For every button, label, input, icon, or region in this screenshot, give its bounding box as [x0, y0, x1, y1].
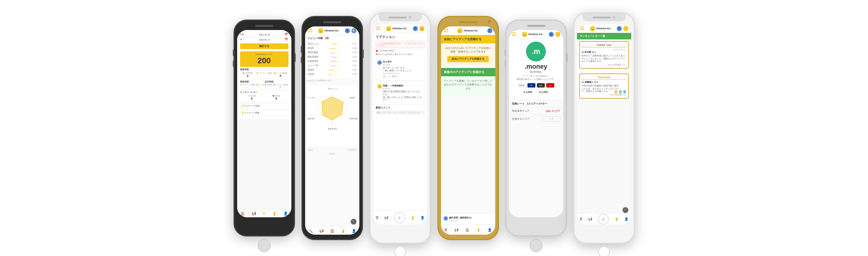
- score-label: Hirame-ku スコア: [241, 53, 287, 56]
- user-icon-4[interactable]: 👤: [487, 28, 492, 33]
- free-idea-header: 自由にアイディアを投稿する: [441, 35, 495, 43]
- app-header-5: 💡 Hirame-ku 👤 ⭐: [509, 30, 563, 39]
- nav-person[interactable]: 👤: [283, 212, 288, 216]
- user-icon[interactable]: 👤: [345, 28, 350, 33]
- user-avatar-4: [444, 216, 448, 221]
- bottom-nav-4: ☰ 📢 🏠 💡 👤: [441, 225, 495, 235]
- money-logo: .m: [526, 42, 546, 61]
- comment-text-2: 9枚の工具は製管が放設になっていましたん。但し使いやすいように管理をお願いします…: [383, 90, 423, 102]
- free-post-button[interactable]: 自由にアイディアを投稿する: [447, 56, 489, 62]
- bell-icon[interactable]: 🔔: [351, 28, 356, 33]
- end-date: 2022-01-17: [259, 39, 270, 41]
- score-display: Hirame-ku スコア 200: [240, 51, 288, 67]
- nav-bulb[interactable]: 💡: [272, 212, 277, 216]
- nav-home-4[interactable]: 🏠: [465, 228, 469, 232]
- hamburger-3[interactable]: [376, 27, 380, 30]
- comment-time-1: 2021/10/06 19:01:42: [383, 72, 413, 74]
- phone-1: 開始 2021-10-19 📅 終了 2022-01-17 📅 集計する Hir…: [234, 20, 295, 236]
- hamburger-6[interactable]: [580, 27, 584, 30]
- nav-menu-6[interactable]: ☰: [580, 217, 582, 221]
- app-logo-6: 💡 Hirame-ku: [590, 26, 610, 31]
- svg-text:新規性: 新規性: [350, 97, 355, 99]
- nav-bulb-3[interactable]: 💡: [411, 216, 415, 219]
- stat-idea: 💡 アイディア投稿: [256, 72, 272, 77]
- bell-icon-3[interactable]: 🔔: [419, 26, 424, 31]
- hamburger-4[interactable]: [444, 29, 448, 32]
- user-icon-5[interactable]: 👤: [549, 32, 554, 37]
- point-cards: ¥ 1,000. ¥ 1,000.: [512, 89, 560, 95]
- hamburger-icon[interactable]: [308, 29, 312, 32]
- home-button-1[interactable]: [258, 239, 271, 252]
- review-item-3: 実現可能性 ★★☆☆☆ 2.00: [308, 50, 357, 55]
- nav-megaphone[interactable]: 📢: [319, 229, 324, 233]
- hamburger-5[interactable]: [512, 33, 516, 36]
- header-icons-2: 👤 🔔: [345, 28, 356, 33]
- comment-text-1: ありがとうございます。一緒に整理していきましょう。: [383, 67, 413, 72]
- app-logo-3: 💡 Hirame-ku: [386, 26, 406, 31]
- money-description: ドットマネー by Amebaは、国内最大級ポイント交換サービスです。: [512, 74, 560, 81]
- yellow-section: 自由にアイディアを投稿する あなたがひらめいたアイディアを自由に提案・投稿するこ…: [441, 35, 495, 65]
- score-value: 200: [241, 56, 287, 65]
- scroll-top-btn-6[interactable]: ⌃: [623, 207, 628, 213]
- nav-center[interactable]: ⬆: [262, 212, 265, 216]
- nav-bulb-6[interactable]: 💡: [615, 217, 619, 221]
- home-button-5[interactable]: [530, 239, 543, 252]
- phone-6-screen: 💡 Hirame-ku 👤 ⭐ サンキューレター一覧 THANK: [577, 24, 631, 225]
- home-button-3[interactable]: [394, 246, 406, 256]
- scroll-top-btn[interactable]: ⌃: [351, 219, 356, 225]
- nav-person-6[interactable]: 👤: [624, 217, 628, 221]
- ty-card1-message: 松本さん！資材作成に協力してくださりありがとうございました！加藤さんのアドバイス…: [582, 55, 627, 63]
- user-icon-6[interactable]: 👤: [617, 26, 622, 31]
- nav-megaphone[interactable]: 📢: [252, 212, 256, 216]
- aggregate-button[interactable]: 集計する: [240, 43, 288, 49]
- ty-card2-title: Thank you: [582, 76, 627, 80]
- app-header-4: 💡 Hirame-ku 👤: [441, 26, 495, 35]
- nav-bulb-4[interactable]: 💡: [476, 228, 480, 232]
- app-header-6: 💡 Hirame-ku 👤 ⭐: [577, 24, 631, 33]
- user-name-4: 越村 亜香（歯科衛生士）: [449, 216, 474, 219]
- nav-person-4[interactable]: 👤: [488, 228, 492, 232]
- stats-row: ❤️ 23 votes (合計): [376, 50, 425, 52]
- home-button-6[interactable]: [598, 246, 610, 256]
- bell-icon-5[interactable]: ⭐: [555, 32, 560, 37]
- nav-megaphone-3[interactable]: 📢: [384, 216, 388, 219]
- nav-person[interactable]: 👤: [352, 229, 356, 233]
- score-input[interactable]: 入力: [542, 116, 560, 122]
- nav-home[interactable]: 🏠: [240, 212, 245, 216]
- idea-recruit-btn[interactable]: 💡 アイディア募集: [240, 110, 288, 116]
- money-brand: .money: [512, 63, 560, 71]
- user-icon-3[interactable]: 👤: [413, 26, 418, 31]
- nav-megaphone-4[interactable]: 📢: [454, 228, 458, 232]
- nav-menu-3[interactable]: ☰: [376, 216, 379, 219]
- app-header-2: 💡 Hirame-ku 👤 🔔: [305, 26, 359, 35]
- start-label: 開始: [240, 33, 244, 36]
- exchange-score: 交換するスコア 入力: [509, 115, 563, 123]
- review-item-8: 社会性 ★★☆☆☆ 2.50: [308, 72, 357, 76]
- home-center-btn-6[interactable]: ⌂: [598, 214, 609, 225]
- reply-action[interactable]: 💬 返信: [392, 75, 398, 77]
- free-idea-description: あなたがひらめいたアイディアを自由に提案・投稿することができます: [444, 46, 492, 54]
- like-action[interactable]: 👍 いいね: [383, 75, 391, 77]
- bottom-nav-3: ☰ 📢 ⌂ 💡 👤: [373, 210, 427, 225]
- ty-card2-to: To 加藤満人 さん: [582, 81, 627, 84]
- app-logo-5: 💡 Hirame-ku: [522, 32, 542, 37]
- nav-person-3[interactable]: 👤: [420, 216, 424, 219]
- current-score: 現在保有スコア 200 スコア: [509, 108, 563, 115]
- review-item-4: 顧客思考性 ★★★☆☆ 3.00: [308, 55, 357, 59]
- bell-icon-6[interactable]: ⭐: [623, 26, 628, 31]
- green-section: 募集中のアイディアに投稿する アイディアを募集しているテーマに対してあなたのアイ…: [441, 68, 495, 95]
- nav-bulb[interactable]: 💡: [341, 229, 345, 233]
- nav-megaphone-6[interactable]: 📢: [588, 217, 592, 221]
- home-center-btn[interactable]: ⌂: [394, 212, 405, 223]
- nav-home[interactable]: 🏠: [330, 229, 334, 233]
- review-count: レビュー件数：2件: [308, 37, 357, 40]
- header-icons-4: 👤: [487, 28, 492, 33]
- nav-menu-4[interactable]: ☰: [444, 228, 447, 232]
- review-item-7: 収益性 ★★★☆☆ 3.00: [308, 68, 357, 72]
- nav-search[interactable]: 🔍: [308, 229, 313, 233]
- comment-card-1: 井上 和子 畳山部署 ありがとうございます。一緒に整理していきましょう。 202…: [376, 57, 425, 80]
- svg-marker-7: [322, 97, 343, 120]
- idea-post-btn[interactable]: 💡 アイディア投稿: [240, 103, 288, 109]
- ty-received: 📬 受取数 0: [265, 95, 288, 100]
- review-item-1: 自社らしさ ★★★☆☆ 3.00: [308, 42, 357, 46]
